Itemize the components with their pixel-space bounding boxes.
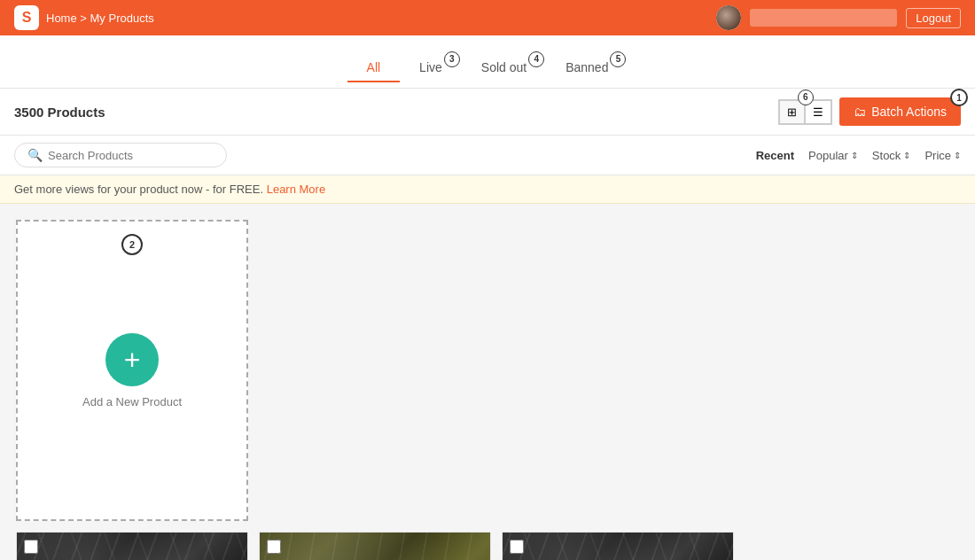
live-badge: 3 xyxy=(444,51,460,67)
batch-actions-button[interactable]: 1 🗂 Batch Actions xyxy=(839,97,961,126)
header-right: Logout xyxy=(716,5,961,30)
header-left: S Home > My Products xyxy=(14,5,154,30)
popular-chevron-icon: ⇕ xyxy=(851,151,858,160)
header: S Home > My Products Logout xyxy=(0,0,975,35)
list-icon: ☰ xyxy=(813,105,823,119)
product-card[interactable]: Boost Now MULBA for MacBook Pro 13 inch … xyxy=(16,532,248,560)
sort-recent[interactable]: Recent xyxy=(756,149,794,162)
tab-all[interactable]: All xyxy=(347,53,401,82)
search-input[interactable] xyxy=(48,149,214,162)
breadcrumb: Home > My Products xyxy=(46,12,154,25)
product-image-texture xyxy=(260,533,490,560)
breadcrumb-separator: > xyxy=(80,12,87,25)
view-toggle-badge: 6 xyxy=(798,89,814,105)
sort-options: Recent Popular ⇕ Stock ⇕ Price ⇕ xyxy=(756,149,961,162)
tabs-container: All Live 3 Sold out 4 Banned 5 xyxy=(0,35,975,89)
product-image-texture xyxy=(503,533,733,560)
tab-soldout[interactable]: Sold out 4 xyxy=(462,53,546,82)
username-input[interactable] xyxy=(750,9,897,27)
sort-popular[interactable]: Popular ⇕ xyxy=(808,149,858,162)
tabs: All Live 3 Sold out 4 Banned 5 xyxy=(347,53,628,82)
product-image-texture xyxy=(17,533,247,560)
product-cards-container: Boost Now MULBA for MacBook Pro 13 inch … xyxy=(11,526,739,560)
product-checkbox[interactable] xyxy=(510,540,524,554)
current-page: My Products xyxy=(90,12,154,25)
price-chevron-icon: ⇕ xyxy=(954,151,961,160)
product-checkbox[interactable] xyxy=(24,540,38,554)
stock-chevron-icon: ⇕ xyxy=(903,151,910,160)
batch-badge: 1 xyxy=(950,89,968,106)
product-image xyxy=(503,533,733,560)
logo: S xyxy=(14,5,39,30)
home-link[interactable]: Home xyxy=(46,12,77,25)
promo-text: Get more views for your product now - fo… xyxy=(14,183,263,196)
search-sort-bar: 🔍 Recent Popular ⇕ Stock ⇕ Price ⇕ xyxy=(0,136,975,175)
banned-badge: 5 xyxy=(610,51,626,67)
tab-live[interactable]: Live 3 xyxy=(400,53,462,82)
search-icon: 🔍 xyxy=(27,148,43,162)
learn-more-link[interactable]: Learn More xyxy=(267,183,325,196)
sort-price[interactable]: Price ⇕ xyxy=(924,149,961,162)
batch-icon: 🗂 xyxy=(854,105,866,119)
toolbar-right: 6 ⊞ ☰ 1 🗂 Batch Actions xyxy=(778,97,961,126)
product-image xyxy=(260,533,490,560)
sort-stock[interactable]: Stock ⇕ xyxy=(872,149,911,162)
search-box: 🔍 xyxy=(14,143,227,167)
product-card[interactable]: Boost Now MULBA for MacBook Pro 13 inch … xyxy=(259,532,491,560)
avatar xyxy=(716,5,741,30)
add-product-card[interactable]: 2 + Add a New Product xyxy=(16,220,248,521)
product-count: 3500 Products xyxy=(14,105,105,120)
add-product-badge: 2 xyxy=(121,234,143,255)
promo-banner: Get more views for your product now - fo… xyxy=(0,175,975,204)
grid-icon: ⊞ xyxy=(787,105,797,119)
product-card[interactable]: Boost Now MULBA for MacBook Pro 13 inch … xyxy=(502,532,734,560)
avatar-image xyxy=(716,5,741,30)
tab-banned[interactable]: Banned 5 xyxy=(546,53,628,82)
product-image xyxy=(17,533,247,560)
add-product-label: Add a New Product xyxy=(82,395,182,408)
toolbar: 3500 Products 6 ⊞ ☰ 1 🗂 Batch Actions xyxy=(0,89,975,136)
add-icon: + xyxy=(105,333,159,386)
product-checkbox[interactable] xyxy=(267,540,281,554)
products-grid: 2 + Add a New Product Boost Now MULBA fo… xyxy=(0,204,975,560)
soldout-badge: 4 xyxy=(528,51,544,67)
logout-button[interactable]: Logout xyxy=(906,8,961,28)
